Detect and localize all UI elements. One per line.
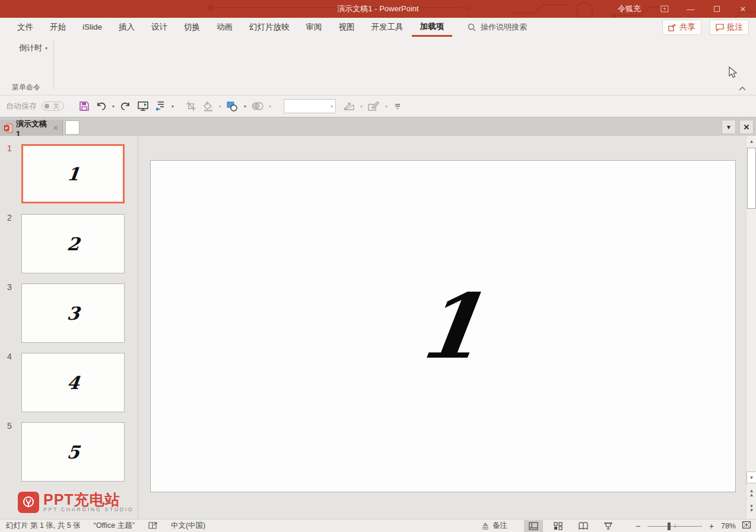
fill-dropdown-arrow[interactable]: ▾ bbox=[218, 104, 222, 109]
group-separator bbox=[53, 40, 54, 90]
tab-animations[interactable]: 动画 bbox=[208, 18, 241, 37]
zoom-slider-thumb[interactable] bbox=[668, 523, 671, 530]
svg-text:P: P bbox=[5, 126, 8, 131]
present-icon bbox=[137, 101, 149, 112]
thumbnail-content: 4 bbox=[66, 372, 81, 393]
crop-icon bbox=[186, 101, 196, 112]
shape-outline-button[interactable] bbox=[341, 98, 357, 114]
merge-shapes-icon bbox=[251, 101, 264, 112]
spell-check-icon[interactable] bbox=[148, 521, 158, 530]
tab-file[interactable]: 文件 bbox=[9, 18, 42, 37]
theme-name[interactable]: “Office 主题” bbox=[94, 521, 135, 531]
new-document-tab-button[interactable] bbox=[65, 120, 80, 135]
slide-thumbnail-3[interactable]: 3 bbox=[21, 283, 125, 343]
tab-insert[interactable]: 插入 bbox=[110, 18, 143, 37]
redo-button[interactable] bbox=[117, 98, 133, 114]
countdown-label: 倒计时 bbox=[19, 43, 42, 53]
ribbon-display-options-button[interactable] bbox=[652, 0, 678, 18]
tab-design[interactable]: 设计 bbox=[143, 18, 176, 37]
zoom-slider[interactable] bbox=[647, 520, 702, 532]
slide-content-number: 1 bbox=[413, 282, 487, 371]
notes-button[interactable]: 备注 bbox=[481, 521, 507, 531]
customize-qat-button[interactable] bbox=[390, 98, 405, 114]
tab-home[interactable]: 开始 bbox=[42, 18, 74, 37]
collapse-ribbon-button[interactable] bbox=[736, 83, 749, 93]
shapes-dropdown-arrow[interactable]: ▾ bbox=[243, 104, 247, 109]
zoom-percentage[interactable]: 78% bbox=[721, 522, 736, 530]
tab-review[interactable]: 审阅 bbox=[298, 18, 331, 37]
shape-fill-button[interactable] bbox=[201, 98, 216, 114]
layout-dropdown-arrow[interactable]: ▾ bbox=[171, 104, 174, 109]
ink-dropdown-arrow[interactable]: ▾ bbox=[385, 104, 388, 109]
scroll-up-button[interactable]: ▲ bbox=[747, 136, 756, 146]
outline-dropdown-arrow[interactable]: ▾ bbox=[360, 104, 363, 109]
combobox-dropdown-arrow[interactable]: ▾ bbox=[331, 104, 333, 109]
powerpoint-file-icon: P bbox=[4, 123, 12, 133]
ink-button[interactable] bbox=[366, 98, 382, 114]
tab-list-dropdown-button[interactable]: ▼ bbox=[722, 120, 736, 134]
slide-number-3: 3 bbox=[7, 282, 12, 292]
tab-islide[interactable]: iSlide bbox=[74, 18, 110, 37]
slide-sorter-view-button[interactable] bbox=[549, 520, 568, 532]
qat-combobox[interactable]: ▾ bbox=[284, 99, 336, 113]
crop-button[interactable] bbox=[184, 98, 198, 114]
panel-divider[interactable] bbox=[138, 136, 138, 519]
tab-slideshow[interactable]: 幻灯片放映 bbox=[241, 18, 298, 37]
close-button[interactable]: ✕ bbox=[730, 0, 756, 18]
shapes-button[interactable] bbox=[224, 98, 241, 114]
tab-addins[interactable]: 加载项 bbox=[412, 18, 453, 37]
vertical-scrollbar[interactable]: ▲ ▼ ▲▲ ▼▼ bbox=[746, 136, 756, 519]
save-button[interactable] bbox=[77, 98, 91, 114]
comments-button[interactable]: 批注 bbox=[710, 20, 749, 35]
minimize-button[interactable]: — bbox=[678, 0, 704, 18]
maximize-button[interactable] bbox=[704, 0, 730, 18]
slide-thumbnail-1[interactable]: 1 bbox=[21, 144, 125, 203]
thumbnail-content: 2 bbox=[66, 234, 81, 254]
slide-thumbnail-5[interactable]: 5 bbox=[21, 422, 125, 482]
slide-counter[interactable]: 幻灯片 第 1 张, 共 5 张 bbox=[6, 521, 81, 531]
scroll-down-button[interactable]: ▼ bbox=[747, 472, 756, 483]
titlebar: 演示文稿1 - PowerPoint 令狐充 — ✕ bbox=[0, 0, 756, 18]
slide-canvas[interactable]: 1 bbox=[150, 160, 736, 492]
slide-number-5: 5 bbox=[7, 421, 12, 431]
slideshow-icon bbox=[603, 522, 613, 530]
countdown-dropdown-button[interactable]: 倒计时 ▾ bbox=[15, 41, 51, 55]
slide-thumbnail-4[interactable]: 4 bbox=[21, 353, 125, 412]
undo-button[interactable] bbox=[94, 98, 109, 114]
layout-icon bbox=[155, 101, 167, 112]
start-from-beginning-button[interactable] bbox=[135, 98, 151, 114]
logo-title: PPT充电站 bbox=[43, 492, 134, 506]
slide-thumbnail-2[interactable]: 2 bbox=[21, 214, 125, 273]
fit-slide-to-window-button[interactable] bbox=[742, 521, 751, 531]
ppt-charging-studio-logo: PPT充电站 PPT CHARGING STUDIO bbox=[18, 492, 134, 513]
next-slide-button[interactable]: ▼▼ bbox=[747, 502, 756, 514]
slide-layout-button[interactable] bbox=[153, 98, 169, 114]
user-account[interactable]: 令狐充 bbox=[607, 4, 652, 14]
tab-transitions[interactable]: 切换 bbox=[176, 18, 208, 37]
share-button[interactable]: 共享 bbox=[662, 20, 701, 35]
autosave-toggle[interactable]: 关 bbox=[42, 101, 64, 111]
tab-view[interactable]: 视图 bbox=[331, 18, 363, 37]
previous-slide-button[interactable]: ▲▲ bbox=[747, 487, 756, 499]
redo-icon bbox=[119, 101, 131, 112]
tell-me-search[interactable]: 操作说明搜索 bbox=[468, 22, 527, 33]
document-tab-bar: P 演示文稿1 ✕ ▼ ✕ bbox=[0, 117, 756, 136]
document-tab-close-icon[interactable]: ✕ bbox=[53, 124, 59, 132]
language-indicator[interactable]: 中文(中国) bbox=[171, 521, 205, 531]
zoom-in-button[interactable]: + bbox=[708, 521, 715, 531]
scrollbar-thumb[interactable] bbox=[747, 148, 756, 209]
merge-dropdown-arrow[interactable]: ▾ bbox=[268, 104, 272, 109]
close-document-button[interactable]: ✕ bbox=[739, 120, 754, 134]
status-bar: 幻灯片 第 1 张, 共 5 张 “Office 主题” 中文(中国) 备注 bbox=[0, 519, 756, 532]
tab-developer[interactable]: 开发工具 bbox=[363, 18, 412, 37]
slideshow-view-button[interactable] bbox=[599, 520, 618, 532]
document-tab-active[interactable]: P 演示文稿1 ✕ bbox=[0, 120, 63, 136]
slide-sorter-icon bbox=[554, 522, 563, 530]
undo-dropdown-arrow[interactable]: ▾ bbox=[112, 104, 115, 109]
more-commands-icon bbox=[393, 102, 402, 110]
reading-view-button[interactable] bbox=[574, 520, 593, 532]
merge-shapes-button[interactable] bbox=[249, 98, 266, 114]
zoom-out-button[interactable]: − bbox=[634, 521, 641, 531]
normal-view-button[interactable] bbox=[524, 520, 543, 532]
normal-view-icon bbox=[529, 522, 538, 530]
